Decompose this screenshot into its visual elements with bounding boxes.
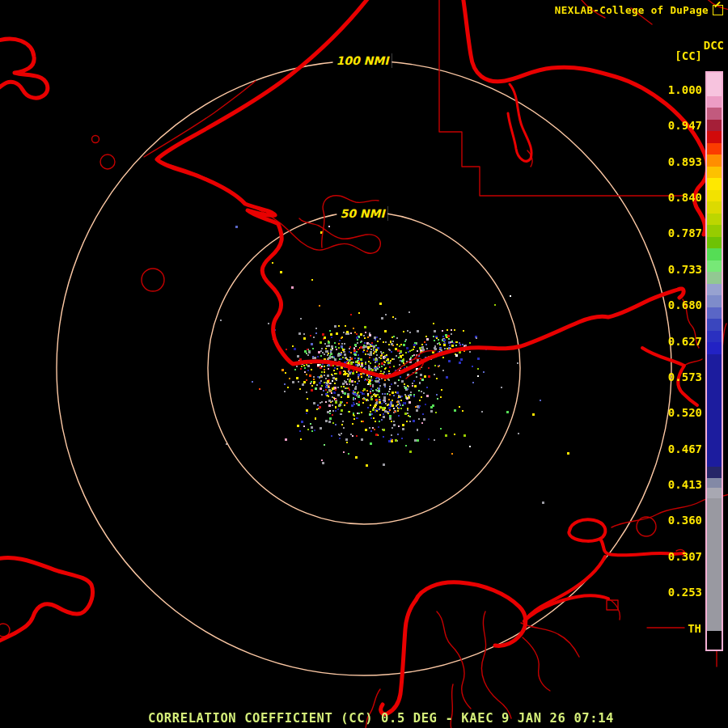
colorbar-segment bbox=[707, 248, 722, 260]
colorbar-segment bbox=[707, 143, 722, 154]
brand: NEXLAB-College of DuPage bbox=[555, 4, 723, 16]
island-northwest-blob bbox=[0, 39, 48, 98]
colorbar-segment bbox=[707, 342, 722, 354]
colorbar-segment bbox=[707, 120, 722, 131]
colorbar-tick-label: 0.467 bbox=[654, 442, 702, 455]
radar-display: NEXLAB-College of DuPage DCC [CC] 1.0000… bbox=[0, 0, 728, 728]
island-southwest-blob bbox=[0, 557, 93, 643]
colorbar-segment bbox=[707, 295, 722, 307]
colorbar-tick-label: 0.733 bbox=[654, 263, 702, 276]
colorbar-segment bbox=[707, 131, 722, 143]
colorbar-tick-label: 0.307 bbox=[654, 550, 702, 563]
colorbar-segment bbox=[707, 73, 722, 96]
colorbar-tick-label: 0.893 bbox=[654, 155, 702, 168]
colorbar-segment bbox=[707, 167, 722, 178]
brand-text: NEXLAB-College of DuPage bbox=[555, 4, 709, 16]
range-ring-label: 100 NMI bbox=[333, 53, 392, 68]
colorbar-tick-label: 0.840 bbox=[654, 191, 702, 204]
colorbar-segment bbox=[707, 260, 722, 272]
colorbar-units: [CC] bbox=[675, 49, 702, 62]
external-link-icon bbox=[713, 5, 723, 15]
colorbar-segment bbox=[707, 331, 722, 342]
range-ring-label: 50 NMI bbox=[336, 206, 387, 221]
colorbar-tick-label: 0.573 bbox=[654, 370, 702, 383]
colorbar-segment bbox=[707, 284, 722, 295]
colorbar-segment bbox=[707, 201, 722, 214]
colorbar-segment bbox=[707, 272, 722, 284]
colorbar-segment bbox=[707, 307, 722, 319]
colorbar-segment bbox=[707, 631, 722, 648]
colorbar-segment bbox=[707, 178, 722, 190]
colorbar-title: DCC bbox=[704, 39, 724, 52]
bayou-lake bbox=[416, 582, 526, 646]
ring-50nmi bbox=[208, 212, 520, 524]
coastline-northwest bbox=[157, 0, 684, 377]
county-border bbox=[439, 0, 684, 196]
colorbar-segment bbox=[707, 488, 722, 498]
colorbar-segment bbox=[707, 354, 722, 467]
colorbar-tick-label: 1.000 bbox=[654, 83, 702, 96]
colorbar-tick-label: 0.787 bbox=[654, 226, 702, 239]
colorbar bbox=[705, 71, 723, 651]
colorbar-segment bbox=[707, 478, 722, 488]
colorbar-tick-label: 0.520 bbox=[654, 406, 702, 419]
colorbar-segment bbox=[707, 190, 722, 201]
colorbar-segment bbox=[707, 154, 722, 167]
radar-map-layer bbox=[0, 0, 728, 728]
colorbar-tick-label: 0.360 bbox=[654, 514, 702, 527]
colorbar-tick-label: 0.680 bbox=[654, 298, 702, 311]
colorbar-threshold-label: TH bbox=[688, 622, 701, 635]
colorbar-segments bbox=[707, 73, 722, 648]
colorbar-tick-label: 0.253 bbox=[654, 586, 702, 599]
colorbar-tick-label: 0.947 bbox=[654, 119, 702, 132]
colorbar-tick-label: 0.413 bbox=[654, 478, 702, 491]
colorbar-segment bbox=[707, 108, 722, 120]
colorbar-segment bbox=[707, 498, 722, 631]
product-status-line: CORRELATION COEFFICIENT (CC) 0.5 DEG - K… bbox=[148, 711, 614, 726]
colorbar-tick-label: 0.627 bbox=[654, 335, 702, 348]
colorbar-segment bbox=[707, 96, 722, 108]
colorbar-segment bbox=[707, 237, 722, 248]
colorbar-segment bbox=[707, 467, 722, 478]
colorbar-segment bbox=[707, 319, 722, 331]
colorbar-segment bbox=[707, 225, 722, 237]
map-thin-outlines bbox=[0, 0, 728, 728]
map-thick-outlines bbox=[0, 0, 707, 714]
colorbar-segment bbox=[707, 214, 722, 225]
